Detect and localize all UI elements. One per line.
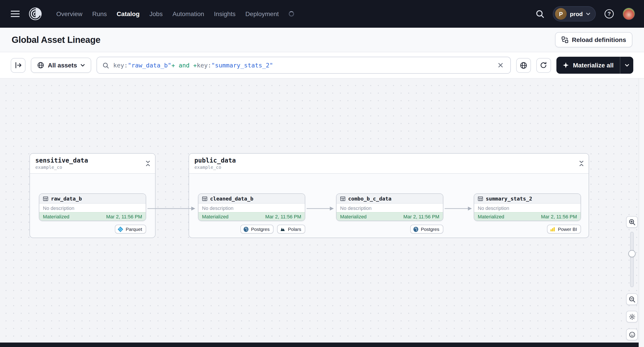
- deployment-avatar: P: [555, 8, 567, 20]
- refresh-icon: [540, 62, 547, 69]
- close-icon: [498, 62, 503, 68]
- kind-tag-label: Polars: [288, 226, 301, 232]
- query-token: +: [193, 62, 197, 69]
- help-button[interactable]: ?: [602, 7, 616, 20]
- asset-node-cleaned-data-b[interactable]: cleaned_data_b No description Materializ…: [198, 193, 305, 221]
- zoom-slider-handle[interactable]: [628, 250, 636, 257]
- asset-node-header: combo_b_c_data: [336, 194, 443, 204]
- dagster-app: Overview Runs Catalog Jobs Automation In…: [0, 0, 644, 347]
- kind-tags-raw-data-b: Parquet: [39, 225, 146, 234]
- definitions-icon: [561, 36, 568, 43]
- collapse-group-button[interactable]: [578, 159, 585, 167]
- asset-node-header: cleaned_data_b: [198, 194, 305, 204]
- zoom-in-button[interactable]: [626, 216, 638, 228]
- nav-automation[interactable]: Automation: [172, 10, 204, 17]
- asset-scope-dropdown[interactable]: All assets: [31, 58, 92, 73]
- asset-node-header: summary_stats_2: [474, 194, 580, 204]
- materialize-all-button[interactable]: Materialize all: [556, 57, 633, 74]
- asset-description: No description: [198, 204, 305, 212]
- reload-definitions-button[interactable]: Reload definitions: [555, 32, 632, 47]
- nav-jobs[interactable]: Jobs: [150, 10, 163, 17]
- deployment-label: prod: [570, 10, 583, 17]
- zoom-slider-track[interactable]: [630, 232, 634, 287]
- asset-status-row: Materialized Mar 2, 11:56 PM: [198, 212, 305, 221]
- kind-tag-parquet[interactable]: Parquet: [115, 225, 146, 234]
- asset-node-summary-stats-2[interactable]: summary_stats_2 No description Materiali…: [474, 193, 581, 221]
- sparkle-icon: [563, 62, 569, 68]
- asset-name: summary_stats_2: [486, 195, 532, 202]
- hamburger-icon: [11, 10, 20, 17]
- deployment-switcher[interactable]: P prod: [553, 6, 596, 21]
- zoom-out-button[interactable]: [626, 293, 638, 305]
- asset-status-row: Materialized Mar 2, 11:56 PM: [336, 212, 443, 221]
- nav-overview[interactable]: Overview: [56, 10, 82, 17]
- materialized-timestamp: Mar 2, 11:56 PM: [265, 214, 301, 219]
- main-nav: Overview Runs Catalog Jobs Automation In…: [56, 10, 294, 17]
- bottom-window-edge: [0, 343, 639, 347]
- asset-name: combo_b_c_data: [348, 195, 392, 202]
- asset-node-header: raw_data_b: [39, 194, 146, 204]
- clear-selection-button[interactable]: [496, 61, 505, 70]
- chevron-down-icon: [624, 64, 629, 66]
- kind-tags-cleaned-data-b: Postgres Polars: [198, 225, 305, 234]
- settings-button[interactable]: [626, 311, 638, 323]
- panel-toggle-icon: [14, 62, 22, 69]
- lineage-canvas[interactable]: sensitive_data example_co public_data ex…: [0, 79, 639, 347]
- kind-tag-postgres[interactable]: Postgres: [410, 225, 443, 234]
- kind-tag-power-bi[interactable]: Power BI: [547, 225, 581, 234]
- user-avatar[interactable]: [622, 7, 635, 20]
- status-badge: Materialized: [202, 214, 228, 219]
- search-icon: [536, 9, 544, 18]
- dagster-logo-icon[interactable]: [28, 6, 43, 21]
- group-title: sensitive_data: [35, 157, 150, 164]
- nav-deployment[interactable]: Deployment: [245, 10, 279, 17]
- table-icon: [478, 196, 483, 201]
- kind-tag-polars[interactable]: Polars: [277, 225, 305, 234]
- globe-icon: [520, 61, 527, 69]
- power-bi-icon: [550, 226, 556, 232]
- globe-icon: [37, 62, 44, 69]
- zoom-slider[interactable]: [626, 232, 638, 287]
- status-badge: Materialized: [340, 214, 367, 219]
- help-icon: ?: [604, 9, 614, 19]
- collapse-group-button[interactable]: [144, 159, 152, 167]
- asset-description: No description: [474, 204, 580, 212]
- materialize-dropdown-toggle[interactable]: [620, 57, 633, 74]
- feedback-button[interactable]: [626, 329, 638, 340]
- group-code-location: example_co: [35, 165, 150, 170]
- lineage-toolbar: All assets key: "raw_data_b" + and + key…: [0, 52, 644, 79]
- query-token: key:: [113, 62, 128, 69]
- nav-catalog[interactable]: Catalog: [117, 10, 140, 17]
- materialize-all-label: Materialize all: [573, 62, 614, 69]
- vertical-scrollbar[interactable]: [639, 79, 644, 347]
- status-badge: Materialized: [478, 214, 504, 219]
- zoom-out-icon: [628, 296, 635, 303]
- chevron-down-icon: [586, 12, 590, 15]
- asset-status-row: Materialized Mar 2, 11:56 PM: [39, 212, 146, 221]
- search-icon: [102, 62, 109, 68]
- refresh-button[interactable]: [536, 58, 551, 72]
- asset-name: raw_data_b: [51, 195, 82, 202]
- open-asset-panel-button[interactable]: [11, 58, 26, 72]
- group-header: public_data example_co: [189, 154, 588, 174]
- menu-button[interactable]: [9, 8, 22, 19]
- materialize-all-main[interactable]: Materialize all: [556, 57, 620, 74]
- asset-selection-input[interactable]: key: "raw_data_b" + and + key: "summary_…: [97, 57, 511, 74]
- asset-selection-query: key: "raw_data_b" + and + key: "summary_…: [113, 62, 273, 69]
- zoom-in-icon: [628, 219, 635, 225]
- nav-right-cluster: P prod ?: [534, 6, 635, 21]
- query-token: key:: [197, 62, 212, 69]
- nav-runs[interactable]: Runs: [92, 10, 107, 17]
- search-button[interactable]: [534, 7, 546, 20]
- gear-icon: [628, 313, 635, 320]
- filter-scope-globe-button[interactable]: [516, 58, 531, 72]
- status-badge: Materialized: [43, 214, 70, 219]
- table-icon: [43, 196, 48, 201]
- asset-node-combo-b-c-data[interactable]: combo_b_c_data No description Materializ…: [336, 193, 443, 221]
- materialized-timestamp: Mar 2, 11:56 PM: [541, 214, 577, 219]
- kind-tag-postgres[interactable]: Postgres: [240, 225, 274, 234]
- asset-node-raw-data-b[interactable]: raw_data_b No description Materialized M…: [39, 193, 146, 221]
- nav-insights[interactable]: Insights: [214, 10, 236, 17]
- kind-tag-label: Parquet: [126, 226, 142, 232]
- page-title: Global Asset Lineage: [12, 35, 100, 45]
